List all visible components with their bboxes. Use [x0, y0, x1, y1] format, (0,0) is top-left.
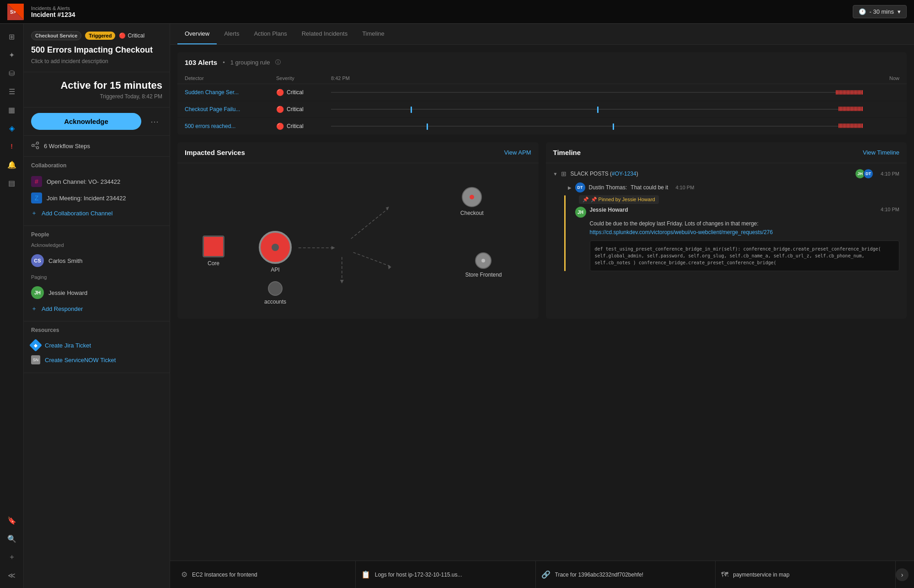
top-nav: S> Incidents & Alerts Incident #1234 🕐 -…	[0, 0, 914, 24]
alerts-table-header: Detector Severity 8:42 PM Now	[177, 73, 907, 84]
nav-icon-logs[interactable]: ☰	[5, 84, 19, 99]
alert-severity-2: 🔴 Critical	[276, 106, 331, 113]
add-responder-plus-icon: ＋	[31, 305, 37, 313]
zoom-meeting-item[interactable]: Z Join Meeting: Incident 234422	[31, 190, 162, 206]
node-store-frontend[interactable]: Store Frontend	[465, 252, 502, 278]
bottom-item-ec2[interactable]: ⚙ EC2 Instances for frontend	[176, 561, 356, 588]
node-checkout[interactable]: Checkout	[460, 187, 484, 216]
alert-viz-2	[331, 105, 863, 114]
alert-detector-3[interactable]: 500 errors reached...	[185, 123, 276, 129]
nav-icon-dashboards[interactable]: ▦	[5, 102, 19, 117]
add-collaboration-item[interactable]: ＋ Add Collaboration Channel	[31, 206, 162, 220]
view-apm-link[interactable]: View APM	[504, 149, 531, 156]
logs-label: Logs for host ip-172-32-10-115.us...	[375, 572, 530, 578]
add-responder-label: Add Responder	[42, 305, 83, 312]
bottom-bar: ⚙ EC2 Instances for frontend 📋 Logs for …	[170, 561, 914, 588]
timeline-panel-title: Timeline	[553, 149, 581, 156]
acknowledge-button[interactable]: Acknowledge	[31, 113, 141, 130]
triggered-time: Triggered Today, 8:42 PM	[31, 93, 162, 100]
carlos-smith-name: Carlos Smith	[48, 257, 82, 264]
alert-severity-3: 🔴 Critical	[276, 123, 331, 130]
node-api[interactable]: API	[259, 231, 292, 273]
svg-point-3	[32, 144, 34, 147]
tl-jessie-time: 4:10 PM	[881, 207, 899, 212]
svg-point-5	[37, 147, 39, 149]
tab-timeline[interactable]: Timeline	[355, 24, 392, 44]
slack-channel-label: Open Channel: VO- 234422	[47, 178, 120, 185]
alert-detector-2[interactable]: Checkout Page Failu...	[185, 106, 276, 112]
alert-detector-1[interactable]: Sudden Change Ser...	[185, 89, 276, 96]
tab-alerts[interactable]: Alerts	[217, 24, 246, 44]
zoom-meeting-label: Join Meeting: Incident 234422	[47, 195, 126, 202]
tab-action-plans[interactable]: Action Plans	[246, 24, 294, 44]
collaboration-section: Collaboration # Open Channel: VO- 234422…	[24, 157, 170, 226]
person-carlos-smith[interactable]: CS Carlos Smith	[31, 251, 162, 270]
bottom-next-button[interactable]: ›	[896, 568, 909, 581]
alert-row-1: Sudden Change Ser... 🔴 Critical	[177, 84, 907, 101]
store-frontend-shape	[475, 252, 492, 269]
incident-header: Checkout Service Triggered 🔴 Critical 50…	[24, 24, 170, 72]
bottom-item-map[interactable]: 🗺 paymentservice in map	[716, 561, 896, 588]
view-timeline-link[interactable]: View Timeline	[863, 149, 899, 156]
timeline-group-header: ▼ ⊞ SLACK POSTS (#OY-1234) JH DT 4:10 PM	[553, 169, 900, 179]
bottom-item-trace[interactable]: 🔗 Trace for 1396abc3232ndf702behfe!	[536, 561, 716, 588]
tab-overview[interactable]: Overview	[177, 24, 217, 44]
info-icon[interactable]: ⓘ	[275, 59, 281, 66]
tl-merge-link[interactable]: https://cd.splunkdev.com/victorops/webui…	[590, 229, 773, 235]
tl-sub-expand-icon[interactable]: ▶	[568, 185, 572, 190]
collaboration-title: Collaboration	[31, 162, 162, 169]
core-shape	[203, 235, 224, 257]
col-detector: Detector	[185, 75, 276, 81]
svg-marker-15	[340, 280, 344, 283]
tl-entry-avatar-jh: JH	[575, 207, 586, 218]
breadcrumb-current: Incident #1234	[31, 11, 75, 18]
nav-icon-reports[interactable]: ▤	[5, 176, 19, 190]
timeline-panel-header: Timeline View Timeline	[546, 142, 907, 163]
create-jira-ticket[interactable]: ◆ Create Jira Ticket	[31, 338, 162, 353]
tl-group-time: 4:10 PM	[881, 171, 899, 176]
slack-channel-item[interactable]: # Open Channel: VO- 234422	[31, 173, 162, 190]
timeline-group-slack: ▼ ⊞ SLACK POSTS (#OY-1234) JH DT 4:10 PM	[553, 169, 900, 271]
add-responder-item[interactable]: ＋ Add Responder	[31, 302, 162, 315]
incident-description[interactable]: Click to add incident description	[31, 58, 162, 64]
incident-badges: Checkout Service Triggered 🔴 Critical	[31, 31, 162, 40]
nav-icon-incidents[interactable]: ◈	[5, 121, 19, 135]
nav-icon-bookmarks[interactable]: 🔖	[5, 513, 19, 528]
person-jessie-howard[interactable]: JH Jessie Howard	[31, 283, 162, 302]
nav-icon-infrastructure[interactable]: ⛁	[5, 66, 19, 80]
bottom-item-logs[interactable]: 📋 Logs for host ip-172-32-10-115.us...	[356, 561, 536, 588]
trace-label: Trace for 1396abc3232ndf702behfe!	[555, 572, 710, 578]
avatar-carlos-smith: CS	[31, 254, 44, 267]
nav-icon-signals[interactable]: ✦	[5, 48, 19, 62]
workflow-row[interactable]: 6 Workflow Steps	[24, 136, 170, 157]
svg-marker-11	[386, 207, 389, 210]
tl-jessie-body: Could be due to the deploy last Friday. …	[590, 219, 900, 237]
jira-label: Create Jira Ticket	[45, 342, 91, 349]
resources-title: Resources	[31, 327, 162, 333]
nav-icon-add[interactable]: ＋	[5, 550, 19, 564]
nav-icon-search[interactable]: 🔍	[5, 531, 19, 546]
tl-group-link[interactable]: #OY-1234	[612, 171, 636, 177]
more-options-button[interactable]: ⋯	[147, 115, 162, 128]
tl-group-avatars: JH DT	[857, 169, 873, 179]
col-time: 8:42 PM	[331, 75, 863, 81]
node-accounts[interactable]: accounts	[264, 281, 286, 305]
trace-icon: 🔗	[541, 570, 551, 579]
tl-group-expand-icon[interactable]: ▼	[553, 171, 558, 176]
slack-icon: #	[31, 176, 42, 187]
time-selector[interactable]: 🕐 - 30 mins ▾	[853, 5, 907, 18]
nav-icon-collapse[interactable]: ≪	[5, 568, 19, 583]
tl-dustin-name: Dustin Thomas:	[589, 184, 627, 191]
node-core[interactable]: Core	[203, 235, 224, 267]
tl-slack-icon: ⊞	[561, 170, 567, 177]
people-section: People Acknowledged CS Carlos Smith Pagi…	[24, 226, 170, 321]
checkout-shape	[462, 187, 482, 207]
nav-icon-alerts[interactable]: !	[5, 139, 19, 154]
nav-icon-notifications[interactable]: 🔔	[5, 157, 19, 172]
create-servicenow-ticket[interactable]: SN Create ServiceNOW Ticket	[31, 353, 162, 367]
add-collab-label: Add Collaboration Channel	[42, 210, 112, 217]
tab-related-incidents[interactable]: Related Incidents	[294, 24, 355, 44]
nav-icon-home[interactable]: ⊞	[5, 29, 19, 44]
services-title: Impacted Services	[185, 149, 245, 156]
alerts-count: 103 Alerts	[185, 59, 217, 66]
